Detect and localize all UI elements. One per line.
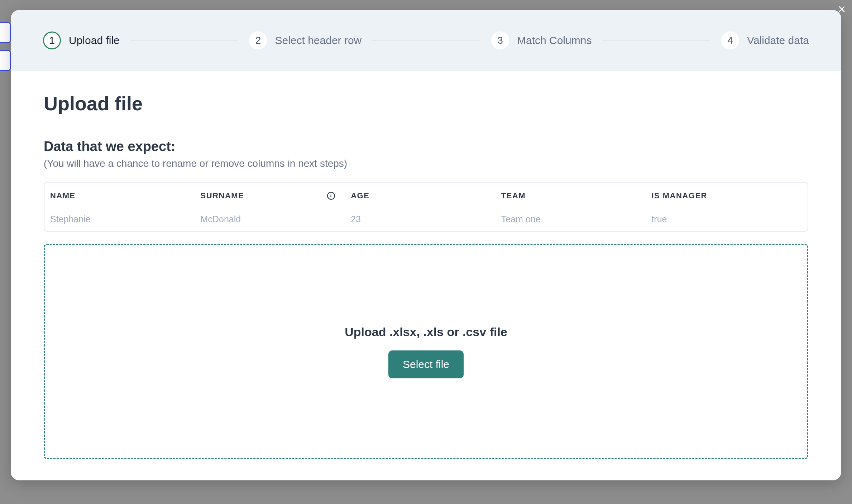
modal-content: Upload file Data that we expect: (You wi…	[11, 71, 841, 480]
header-text: TEAM	[501, 191, 526, 200]
stepper: 1 Upload file 2 Select header row 3 Matc…	[11, 10, 841, 71]
step-divider	[130, 40, 239, 41]
column-header-is-manager: IS MANAGER	[651, 183, 802, 209]
step-number-1: 1	[43, 32, 61, 49]
header-text: IS MANAGER	[651, 191, 707, 200]
example-cell: Team one	[501, 209, 652, 231]
file-dropzone[interactable]: Upload .xlsx, .xls or .csv file Select f…	[44, 244, 808, 459]
step-label: Select header row	[275, 34, 362, 47]
background-button-fragment	[0, 22, 11, 43]
close-icon[interactable]: ×	[838, 3, 846, 16]
expected-data-subtitle: Data that we expect:	[44, 139, 808, 154]
select-file-button[interactable]: Select file	[388, 350, 464, 378]
step-label: Validate data	[747, 34, 809, 47]
header-text: SURNAME	[201, 191, 244, 200]
column-header-age: AGE	[351, 183, 501, 209]
step-number-3: 3	[491, 32, 509, 49]
header-text: NAME	[50, 191, 76, 200]
expected-columns-table: NAME SURNAME i AGE TEAM IS MANAGER Steph…	[44, 182, 808, 232]
info-icon[interactable]: i	[327, 192, 335, 200]
dropzone-instruction: Upload .xlsx, .xls or .csv file	[345, 325, 507, 339]
step-label: Upload file	[69, 34, 120, 47]
header-text: AGE	[351, 191, 369, 200]
table-row: Stephanie McDonald 23 Team one true	[44, 209, 808, 231]
step-number-4: 4	[721, 32, 739, 49]
page-title: Upload file	[44, 92, 808, 115]
column-header-team: TEAM	[501, 183, 652, 209]
example-cell: 23	[351, 209, 501, 231]
step-validate-data[interactable]: 4 Validate data	[721, 32, 809, 49]
column-header-name: NAME	[50, 183, 201, 209]
helper-text: (You will have a chance to rename or rem…	[44, 158, 808, 169]
example-cell: true	[651, 209, 802, 231]
step-label: Match Columns	[517, 34, 592, 47]
step-number-2: 2	[249, 32, 267, 49]
table-header-row: NAME SURNAME i AGE TEAM IS MANAGER	[44, 183, 808, 209]
step-divider	[372, 40, 480, 41]
upload-modal: 1 Upload file 2 Select header row 3 Matc…	[11, 10, 841, 480]
example-cell: McDonald	[201, 209, 351, 231]
step-match-columns[interactable]: 3 Match Columns	[491, 32, 592, 49]
example-cell: Stephanie	[50, 209, 201, 231]
step-divider	[602, 40, 710, 41]
step-select-header-row[interactable]: 2 Select header row	[249, 32, 362, 49]
background-button-fragment-2	[0, 50, 11, 71]
column-header-surname: SURNAME i	[201, 183, 351, 209]
step-upload-file[interactable]: 1 Upload file	[43, 32, 120, 49]
